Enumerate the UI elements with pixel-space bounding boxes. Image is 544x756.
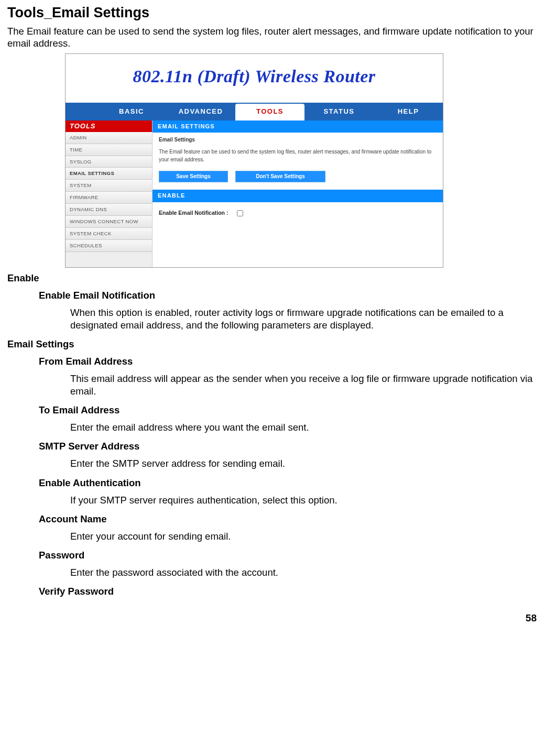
panel-heading-enable: ENABLE — [153, 190, 443, 202]
sidebar-item-system-check[interactable]: SYSTEM CHECK — [66, 228, 152, 240]
enable-email-label: Enable Email Notification : — [159, 210, 228, 216]
button-row: Save Settings Don't Save Settings — [159, 171, 437, 183]
heading-from-email: From Email Address — [39, 355, 537, 367]
sidebar-item-time[interactable]: TIME — [66, 144, 152, 156]
heading-account-name: Account Name — [39, 513, 537, 525]
heading-to-email: To Email Address — [39, 404, 537, 416]
intro-text: The Email feature can be used to send th… — [7, 25, 537, 49]
sidebar-item-firmware[interactable]: FIRMWARE — [66, 192, 152, 204]
text-enable-email-notification: When this option is enabled, router acti… — [70, 306, 537, 332]
sidebar-item-windows-connect-now[interactable]: WINDOWS CONNECT NOW — [66, 216, 152, 228]
sidebar-item-system[interactable]: SYSTEM — [66, 180, 152, 192]
save-settings-button[interactable]: Save Settings — [159, 171, 228, 183]
tab-status[interactable]: STATUS — [304, 103, 374, 120]
heading-enable-authentication: Enable Authentication — [39, 477, 537, 489]
text-enable-authentication: If your SMTP server requires authenticat… — [70, 494, 537, 507]
sidebar-item-schedules[interactable]: SCHEDULES — [66, 240, 152, 252]
text-smtp-server: Enter the SMTP server address for sendin… — [70, 457, 537, 470]
screenshot-body: TOOLS ADMIN TIME SYSLOG EMAIL SETTINGS S… — [66, 120, 443, 267]
tab-basic[interactable]: BASIC — [97, 103, 166, 120]
doc-body: Enable Enable Email Notification When th… — [7, 272, 537, 598]
panel-subheading: Email Settings — [159, 137, 437, 144]
tab-help[interactable]: HELP — [374, 103, 443, 120]
enable-panel-body: Enable Email Notification : — [153, 202, 443, 232]
text-password: Enter the password associated with the a… — [70, 566, 537, 579]
panel-heading-email-settings: EMAIL SETTINGS — [153, 120, 443, 133]
router-banner: 802.11n (Draft) Wireless Router — [66, 54, 443, 103]
heading-enable: Enable — [7, 272, 537, 284]
page-number: 58 — [7, 612, 537, 624]
sidebar-item-email-settings[interactable]: EMAIL SETTINGS — [66, 168, 152, 180]
sidebar: TOOLS ADMIN TIME SYSLOG EMAIL SETTINGS S… — [66, 120, 153, 267]
embedded-screenshot: 802.11n (Draft) Wireless Router BASIC AD… — [65, 53, 443, 268]
page-title: Tools_Email Settings — [7, 4, 537, 22]
sidebar-item-syslog[interactable]: SYSLOG — [66, 156, 152, 168]
dont-save-settings-button[interactable]: Don't Save Settings — [235, 171, 325, 183]
heading-verify-password: Verify Password — [39, 585, 537, 597]
heading-email-settings: Email Settings — [7, 338, 537, 350]
heading-smtp-server: SMTP Server Address — [39, 440, 537, 452]
tab-tools[interactable]: TOOLS — [235, 104, 304, 120]
tab-advanced[interactable]: ADVANCED — [166, 103, 235, 120]
heading-password: Password — [39, 549, 537, 561]
panel-description: The Email feature can be used to send th… — [159, 148, 437, 163]
nav-spacer — [66, 103, 97, 120]
text-from-email: This email address will appear as the se… — [70, 372, 537, 398]
text-account-name: Enter your account for sending email. — [70, 530, 537, 543]
sidebar-item-dynamic-dns[interactable]: DYNAMIC DNS — [66, 204, 152, 216]
enable-email-checkbox[interactable] — [237, 210, 243, 216]
text-to-email: Enter the email address where you want t… — [70, 421, 537, 434]
panel-body-email-settings: Email Settings The Email feature can be … — [153, 133, 443, 190]
sidebar-heading: TOOLS — [66, 120, 152, 132]
heading-enable-email-notification: Enable Email Notification — [39, 289, 537, 301]
sidebar-item-admin[interactable]: ADMIN — [66, 132, 152, 144]
top-nav: BASIC ADVANCED TOOLS STATUS HELP — [66, 103, 443, 120]
main-panel: EMAIL SETTINGS Email Settings The Email … — [153, 120, 443, 267]
